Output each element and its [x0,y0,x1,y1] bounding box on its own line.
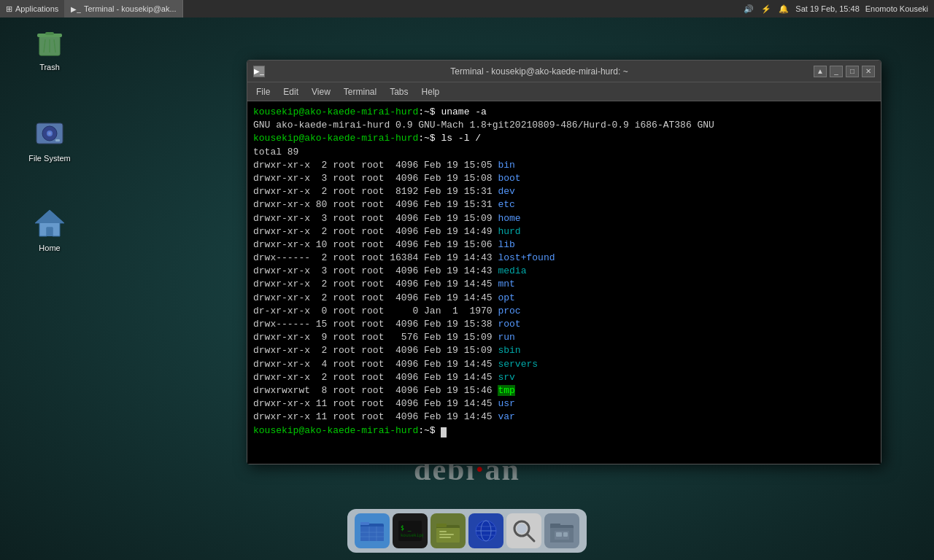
window-close-btn[interactable]: ✕ [862,66,875,77]
menu-view[interactable]: View [306,85,336,98]
filesystem-desktop-icon[interactable]: File System [20,113,79,166]
terminal-window: ▶_ Terminal - kousekip@ako-kaede-mirai-h… [247,60,881,464]
svg-point-14 [48,132,51,135]
terminal-line-1: kousekip@ako-kaede-mirai-hurd:~$ uname -… [253,106,875,119]
dock-item-network[interactable] [468,513,503,548]
taskbar-top: ⊞ Applications ▶_ Terminal - kousekip@ak… [0,0,934,18]
dock-item-terminal[interactable]: $ _ kousekip@ [393,513,428,548]
menu-edit[interactable]: Edit [277,85,304,98]
terminal-line-3: kousekip@ako-kaede-mirai-hurd:~$ ls -l / [253,132,875,145]
terminal-title-icon: ▶_ [253,66,265,77]
svg-text:$ _: $ _ [401,525,412,532]
svg-point-42 [517,524,527,534]
menu-file[interactable]: File [250,85,276,98]
terminal-titlebar: ▶_ Terminal - kousekip@ako-kaede-mirai-h… [247,61,881,82]
terminal-line-7: drwxr-xr-x 2 root root 8192 Feb 19 15:31… [253,185,875,198]
terminal-cursor [441,427,447,438]
notification-icon[interactable]: 🔔 [778,3,790,15]
trash-icon [32,25,67,60]
svg-marker-19 [35,210,64,223]
svg-rect-48 [556,532,562,537]
terminal-menubar: File Edit View Terminal Tabs Help [247,82,881,101]
dock-item-magnifier[interactable] [506,513,541,548]
terminal-line-21: drwxr-xr-x 2 root root 4096 Feb 19 14:45… [253,371,875,384]
terminal-line-18: drwxr-xr-x 9 root root 576 Feb 19 15:09 … [253,331,875,344]
window-minimize-btn[interactable]: _ [830,66,843,77]
terminal-line-24: drwxr-xr-x 11 root root 4096 Feb 19 14:4… [253,411,875,424]
svg-rect-35 [439,537,451,538]
dock-item-files-manager[interactable] [355,513,390,548]
terminal-line-8: drwxr-xr-x 80 root root 4096 Feb 19 15:3… [253,198,875,211]
menu-tabs[interactable]: Tabs [384,85,414,98]
terminal-line-2: GNU ako-kaede-mirai-hurd 0.9 GNU-Mach 1.… [253,119,875,132]
filesystem-label: File System [28,154,70,163]
terminal-taskbar-label: Terminal - kousekip@ak... [84,4,177,13]
home-label: Home [39,244,60,252]
svg-line-43 [528,534,534,541]
svg-rect-32 [436,524,447,527]
window-controls: ▲ _ □ ✕ [814,66,875,77]
terminal-line-6: drwxr-xr-x 3 root root 4096 Feb 19 15:08… [253,172,875,185]
applications-label: Applications [15,4,58,13]
volume-icon[interactable]: 🔊 [743,3,754,15]
terminal-line-23: drwxr-xr-x 11 root root 4096 Feb 19 14:4… [253,397,875,411]
terminal-line-10: drwxr-xr-x 2 root root 4096 Feb 19 14:49… [253,225,875,238]
svg-rect-49 [563,532,568,537]
home-desktop-icon[interactable]: Home [20,203,79,255]
applications-menu[interactable]: ⊞ Applications [0,0,65,18]
svg-rect-6 [45,32,54,35]
filesystem-icon [32,116,67,151]
svg-text:kousekip@: kousekip@ [401,532,423,538]
terminal-line-12: drwx------ 2 root root 16384 Feb 19 14:4… [253,252,875,265]
terminal-line-9: drwxr-xr-x 3 root root 4096 Feb 19 15:09… [253,212,875,225]
svg-rect-21 [360,526,384,541]
terminal-line-17: drwx------ 15 root root 4096 Feb 19 15:3… [253,318,875,331]
terminal-line-22: drwxrwxrwt 8 root root 4096 Feb 19 15:46… [253,384,875,397]
app-menu-icon: ⊞ [6,4,12,14]
username-display: Enomoto Kouseki [865,4,928,13]
dock-item-desktop-folder[interactable] [544,513,579,548]
menu-terminal[interactable]: Terminal [338,85,382,98]
desktop: ⊞ Applications ▶_ Terminal - kousekip@ak… [0,0,934,560]
svg-rect-34 [439,534,454,535]
taskbar-right: 🔊 ⚡ 🔔 Sat 19 Feb, 15:48 Enomoto Kouseki [743,3,934,15]
terminal-line-14: drwxr-xr-x 2 root root 4096 Feb 19 14:45… [253,278,875,291]
trash-label: Trash [39,63,60,71]
taskbar-left: ⊞ Applications ▶_ Terminal - kousekip@ak… [0,0,183,18]
svg-rect-33 [439,531,447,532]
terminal-line-15: drwxr-xr-x 2 root root 4096 Feb 19 14:45… [253,292,875,305]
terminal-line-5: drwxr-xr-x 2 root root 4096 Feb 19 15:05… [253,159,875,172]
terminal-content[interactable]: kousekip@ako-kaede-mirai-hurd:~$ uname -… [247,101,881,464]
dock: $ _ kousekip@ [347,509,587,553]
terminal-line-16: dr-xr-xr-x 0 root root 0 Jan 1 1970 proc [253,305,875,318]
terminal-line-13: drwxr-xr-x 3 root root 4096 Feb 19 14:43… [253,265,875,278]
svg-rect-26 [360,522,369,525]
svg-rect-46 [550,524,560,527]
svg-rect-18 [47,228,53,236]
terminal-taskbar-icon: ▶_ [71,5,81,13]
trash-desktop-icon[interactable]: Trash [20,22,79,74]
window-maximize-btn[interactable]: ▲ [814,66,827,77]
svg-rect-15 [55,139,60,141]
datetime-display: Sat 19 Feb, 15:48 [795,4,859,13]
battery-icon[interactable]: ⚡ [760,3,772,15]
dock-item-file-manager[interactable] [431,513,466,548]
terminal-line-4: total 89 [253,146,875,159]
menu-help[interactable]: Help [416,85,446,98]
terminal-line-19: drwxr-xr-x 2 root root 4096 Feb 19 15:09… [253,344,875,357]
window-restore-btn[interactable]: □ [846,66,859,77]
terminal-prompt-end: kousekip@ako-kaede-mirai-hurd:~$ [253,424,875,438]
terminal-line-11: drwxr-xr-x 10 root root 4096 Feb 19 15:0… [253,238,875,252]
terminal-title: Terminal - kousekip@ako-kaede-mirai-hurd… [265,66,814,77]
home-icon [32,206,67,241]
terminal-taskbar-btn[interactable]: ▶_ Terminal - kousekip@ak... [65,0,182,18]
terminal-line-20: drwxr-xr-x 4 root root 4096 Feb 19 14:45… [253,358,875,371]
